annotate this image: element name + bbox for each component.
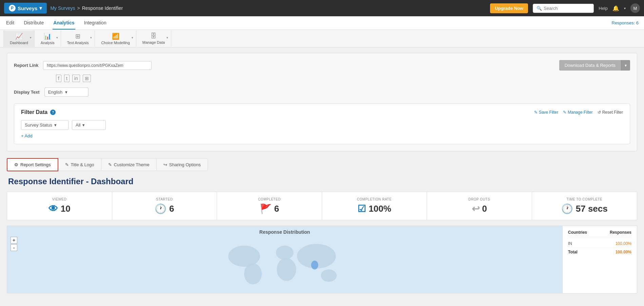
facebook-icon[interactable]: f	[56, 75, 61, 82]
manage-data-caret: ▾	[167, 36, 168, 39]
stat-viewed: VIEWED 👁 10	[7, 192, 112, 220]
dashboard-icon: 📈	[15, 33, 23, 40]
svg-point-3	[276, 246, 294, 260]
report-link-input[interactable]	[43, 61, 152, 70]
main-content: Report Link Download Data & Reports ▾ f …	[0, 47, 644, 299]
add-filter-button[interactable]: + Add	[21, 133, 623, 138]
stat-completed-value-row: 🚩 6	[260, 203, 279, 214]
download-caret-button[interactable]: ▾	[621, 60, 630, 71]
customize-theme-icon: ✎	[108, 162, 112, 167]
search-input[interactable]	[544, 6, 590, 11]
stat-completed-value: 6	[274, 204, 279, 214]
breadcrumb: My Surveys > Response Identifier	[50, 5, 123, 11]
language-select[interactable]: English ▾	[44, 88, 89, 97]
toolbar: 📈 Dashboard ▾ 📊 Analysis ▾ ⊞ Text Analys…	[0, 30, 644, 47]
stat-started: STARTED 🕐 6	[112, 192, 217, 220]
dropouts-icon: ↩	[472, 203, 480, 214]
report-link-label: Report Link	[14, 63, 38, 68]
text-analysis-icon: ⊞	[75, 33, 80, 40]
subnav-analytics[interactable]: Analytics	[53, 17, 75, 30]
qr-icon[interactable]: ⊞	[83, 75, 91, 82]
customize-theme-label: Customize Theme	[114, 162, 150, 167]
world-map-svg	[11, 237, 559, 290]
download-data-reports-button[interactable]: Download Data & Reports	[559, 60, 621, 71]
stat-rate-label: COMPLETION RATE	[357, 197, 392, 201]
country-row-in: IN 100.00%	[568, 240, 631, 248]
svg-point-6	[311, 261, 318, 269]
stat-started-label: STARTED	[156, 197, 173, 201]
search-icon: 🔍	[536, 6, 542, 11]
save-filter-btn[interactable]: ✎ Save Filter	[534, 110, 558, 115]
countries-col-header: Countries	[568, 230, 587, 235]
linkedin-icon[interactable]: in	[72, 75, 80, 82]
tab-sharing-options[interactable]: ↪ Sharing Options	[156, 158, 208, 171]
viewed-icon: 👁	[48, 203, 58, 214]
display-text-row: Display Text English ▾	[14, 88, 630, 97]
svg-point-7	[321, 269, 337, 282]
stat-viewed-value-row: 👁 10	[48, 203, 71, 214]
save-filter-icon: ✎	[534, 110, 538, 115]
total-label: Total	[568, 250, 578, 254]
stats-row: VIEWED 👁 10 STARTED 🕐 6 COMPLETED 🚩 6 CO…	[7, 192, 637, 220]
stat-time-value: 57 secs	[576, 204, 608, 214]
completed-icon: 🚩	[260, 203, 272, 214]
filter-title-text: Filter Data	[21, 109, 47, 115]
sharing-options-label: Sharing Options	[169, 162, 201, 167]
tab-customize-theme[interactable]: ✎ Customize Theme	[101, 158, 157, 171]
breadcrumb-current: Response Identifier	[82, 5, 123, 11]
top-bar: P Surveys ▾ My Surveys > Response Identi…	[0, 0, 644, 16]
stat-time-value-row: 🕐 57 secs	[561, 203, 608, 214]
filter-value-caret: ▾	[82, 122, 85, 128]
stat-rate-value: 100%	[369, 204, 391, 214]
breadcrumb-mysurveys[interactable]: My Surveys	[50, 5, 75, 11]
bell-icon[interactable]: 🔔	[612, 5, 619, 12]
search-box[interactable]: 🔍	[533, 4, 594, 13]
user-avatar[interactable]: M	[630, 3, 640, 13]
time-icon: 🕐	[561, 203, 573, 214]
toolbar-manage-data[interactable]: 🗄 Manage Data ▾	[136, 31, 171, 46]
toolbar-choice-modelling[interactable]: 📶 Choice Modelling ▾	[95, 31, 136, 47]
twitter-icon[interactable]: t	[64, 75, 70, 82]
manage-filter-icon: ✎	[563, 110, 566, 115]
filter-value-select[interactable]: All ▾	[72, 120, 106, 130]
help-link[interactable]: Help	[599, 6, 608, 11]
dashboard-caret: ▾	[30, 36, 32, 39]
toolbar-text-analysis[interactable]: ⊞ Text Analysis ▾	[61, 31, 95, 47]
notif-caret[interactable]: ▾	[624, 6, 626, 10]
stat-viewed-value: 10	[61, 204, 71, 214]
stat-started-value-row: 🕐 6	[155, 203, 174, 214]
top-bar-right: Upgrade Now 🔍 Help 🔔 ▾ M	[490, 3, 640, 13]
title-logo-icon: ✎	[65, 162, 69, 167]
subnav-edit[interactable]: Edit	[5, 17, 15, 30]
responses-col-header: Responses	[610, 230, 631, 235]
toolbar-dashboard[interactable]: 📈 Dashboard ▾	[3, 31, 35, 47]
manage-filter-btn[interactable]: ✎ Manage Filter	[563, 110, 592, 115]
subnav-integration[interactable]: Integration	[83, 17, 107, 30]
reset-filter-btn[interactable]: ↺ Reset Filter	[598, 110, 623, 115]
stat-viewed-label: VIEWED	[52, 197, 66, 201]
stat-dropouts: DROP OUTS ↩ 0	[427, 192, 532, 220]
filter-help-icon[interactable]: ?	[50, 110, 56, 115]
filter-title: Filter Data ?	[21, 109, 56, 115]
report-link-row: Report Link Download Data & Reports ▾	[14, 60, 630, 71]
language-caret: ▾	[65, 90, 67, 95]
subnav-distribute[interactable]: Distribute	[23, 17, 44, 30]
filter-header: Filter Data ? ✎ Save Filter ✎ Manage Fil…	[21, 109, 623, 115]
filter-type-select[interactable]: Survey Status ▾	[21, 120, 69, 130]
tab-report-settings[interactable]: ⚙ Report Settings	[7, 158, 58, 171]
svg-point-1	[228, 246, 260, 267]
tab-title-logo[interactable]: ✎ Title & Logo	[58, 158, 101, 171]
toolbar-analysis-label: Analysis	[41, 41, 55, 45]
analysis-caret: ▾	[56, 36, 58, 39]
upgrade-button[interactable]: Upgrade Now	[490, 3, 528, 13]
surveys-brand-btn[interactable]: P Surveys ▾	[4, 3, 47, 14]
surveys-caret: ▾	[39, 5, 42, 11]
stat-completed-label: COMPLETED	[258, 197, 281, 201]
countries-table: Countries Responses IN 100.00% Total 100…	[562, 226, 637, 293]
toolbar-choice-modelling-label: Choice Modelling	[101, 41, 130, 45]
text-analysis-caret: ▾	[90, 36, 92, 39]
settings-tabs: ⚙ Report Settings ✎ Title & Logo ✎ Custo…	[7, 158, 637, 171]
toolbar-analysis[interactable]: 📊 Analysis ▾	[35, 31, 61, 47]
social-icons-row: f t in ⊞	[56, 75, 630, 82]
responses-count: Responses: 6	[612, 20, 639, 25]
